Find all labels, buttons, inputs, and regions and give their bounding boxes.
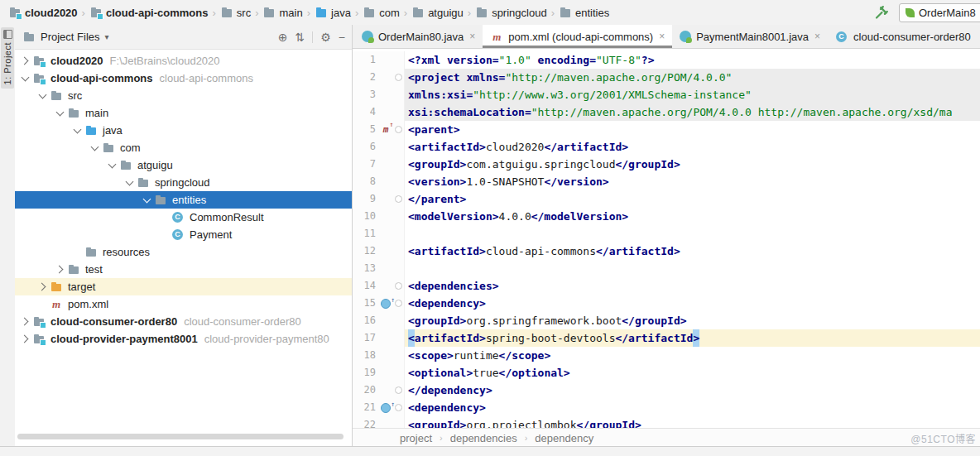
tab-close-icon[interactable]: × [469, 31, 475, 42]
tab-PaymentMain8001.java[interactable]: PaymentMain8001.java× [672, 25, 828, 48]
xml-breadcrumb-item-dependency[interactable]: dependency [535, 432, 593, 444]
code-line-17[interactable]: 17 <artifactId>spring-boot-devtools</art… [353, 329, 980, 347]
chevron-expanded-icon[interactable] [70, 128, 84, 132]
tab-OrderMain80.java[interactable]: OrderMain80.java× [354, 25, 483, 48]
code-line-14[interactable]: 14 <dependencies> [353, 277, 980, 295]
code-line-21[interactable]: 21↑ <dependency> [353, 399, 980, 416]
code-line-3[interactable]: 3 xmlns:xsi="http://www.w3.org/2001/XMLS… [353, 86, 980, 103]
tab-close-icon[interactable]: × [814, 31, 820, 42]
gutter-icon-slot [378, 86, 393, 103]
code-line-8[interactable]: 8 <version>1.0-SNAPSHOT</version> [353, 173, 980, 190]
code-line-22[interactable]: 22 <groupId>org.projectlombok</groupId> [353, 416, 980, 428]
line-number: 1 [353, 51, 378, 69]
collapse-all-icon[interactable]: ⇅ [295, 31, 305, 43]
tree-row-java[interactable]: java [15, 122, 352, 139]
tree-row-cloud-provider-payment8001[interactable]: cloud-provider-payment8001cloud-provider… [15, 330, 352, 348]
chevron-expanded-icon[interactable] [36, 94, 50, 98]
chevron-expanded-icon[interactable] [53, 111, 67, 115]
code-editor[interactable]: 1<?xml version="1.0" encoding="UTF-8"?>2… [353, 49, 980, 428]
code-line-5[interactable]: 5m↑ <parent> [353, 121, 980, 138]
tree-horizontal-scrollbar[interactable] [17, 434, 343, 439]
breadcrumb-item-main[interactable]: main [262, 7, 302, 19]
fold-marker[interactable] [393, 190, 405, 208]
project-tool-window-button[interactable]: 1: Project [1, 27, 14, 89]
breadcrumb-item-entities[interactable]: entities [559, 7, 609, 19]
code-line-19[interactable]: 19 <optional>true</optional> [353, 364, 980, 382]
tree-row-atguigu[interactable]: atguigu [15, 156, 352, 174]
project-view-selector[interactable]: Project Files ▾ [22, 31, 109, 43]
tree-item-label: CommonResult [190, 211, 264, 223]
code-line-15[interactable]: 15↑ <dependency> [353, 295, 980, 312]
tab-cloud-consumer-order80[interactable]: cloud-consumer-order80 [828, 25, 978, 48]
chevron-collapsed-icon[interactable] [18, 319, 32, 324]
chevron-expanded-icon[interactable] [18, 76, 32, 80]
tree-row-pom.xml[interactable]: mpom.xml [15, 295, 352, 313]
fold-marker[interactable] [393, 399, 405, 416]
maven-parent-gutter-icon[interactable]: m↑ [383, 125, 389, 134]
code-line-9[interactable]: 9 </parent> [353, 190, 980, 208]
tab-pom.xml (cloud-api-commons)[interactable]: mpom.xml (cloud-api-commons)× [483, 25, 672, 48]
code-line-16[interactable]: 16 <groupId>org.springframework.boot</gr… [353, 312, 980, 329]
tree-row-src[interactable]: src [15, 87, 352, 104]
tree-row-com[interactable]: com [15, 139, 352, 156]
dependency-gutter-icon[interactable]: ↑ [381, 403, 391, 413]
chevron-collapsed-icon[interactable] [18, 58, 32, 64]
settings-icon[interactable]: ⚙ [320, 31, 331, 43]
xml-breadcrumb-item-project[interactable]: project [400, 432, 432, 444]
folder-icon [119, 159, 132, 171]
gutter-icon-slot [378, 416, 393, 428]
chevron-collapsed-icon[interactable] [18, 336, 32, 342]
locate-icon[interactable]: ⊕ [278, 31, 288, 43]
tab-close-icon[interactable]: × [659, 31, 665, 42]
chevron-collapsed-icon[interactable] [53, 266, 67, 272]
code-line-18[interactable]: 18 <scope>runtime</scope> [353, 347, 980, 364]
tree-row-resources[interactable]: resources [15, 243, 352, 261]
xml-breadcrumb-item-dependencies[interactable]: dependencies [450, 432, 517, 444]
tree-row-test[interactable]: test [15, 261, 352, 278]
tree-row-Payment[interactable]: Payment [15, 226, 352, 243]
chevron-expanded-icon[interactable] [88, 146, 102, 150]
code-line-13[interactable]: 13 [353, 260, 980, 277]
build-hammer-icon[interactable] [874, 5, 889, 20]
code-line-20[interactable]: 20 </dependency> [353, 382, 980, 399]
fold-marker[interactable] [393, 295, 405, 312]
breadcrumb-item-cloud-api-commons[interactable]: cloud-api-commons [89, 7, 209, 19]
fold-marker[interactable] [393, 277, 405, 295]
chevron-collapsed-icon[interactable] [36, 284, 50, 290]
breadcrumb-item-atguigu[interactable]: atguigu [411, 7, 464, 19]
hide-icon[interactable]: − [339, 31, 345, 43]
code-line-4[interactable]: 4 xsi:schemaLocation="http://maven.apach… [353, 103, 980, 121]
run-configuration-select[interactable]: OrderMain8 [899, 3, 980, 22]
code-line-6[interactable]: 6 <artifactId>cloud2020</artifactId> [353, 138, 980, 156]
code-line-2[interactable]: 2<project xmlns="http://maven.apache.org… [353, 69, 980, 86]
chevron-expanded-icon[interactable] [140, 198, 154, 202]
breadcrumb-item-springcloud[interactable]: springcloud [475, 7, 547, 19]
tree-row-entities[interactable]: entities [15, 191, 352, 209]
code-token: </optional> [499, 364, 570, 382]
fold-marker[interactable] [393, 121, 405, 138]
fold-marker[interactable] [393, 382, 405, 399]
code-line-11[interactable]: 11 [353, 225, 980, 242]
breadcrumb-item-cloud2020[interactable]: cloud2020 [8, 7, 78, 19]
code-line-12[interactable]: 12 <artifactId>cloud-api-commons</artifa… [353, 242, 980, 260]
tree-row-cloud-consumer-order80[interactable]: cloud-consumer-order80cloud-consumer-ord… [15, 313, 352, 330]
line-number: 20 [353, 382, 378, 399]
tree-row-main[interactable]: main [15, 104, 352, 122]
code-line-1[interactable]: 1<?xml version="1.0" encoding="UTF-8"?> [353, 51, 980, 69]
chevron-expanded-icon[interactable] [122, 180, 137, 185]
tree-row-springcloud[interactable]: springcloud [15, 174, 352, 191]
breadcrumb-item-src[interactable]: src [220, 7, 251, 19]
tree-row-target[interactable]: target [15, 278, 352, 295]
tree-row-CommonResult[interactable]: CommonResult [15, 209, 352, 226]
chevron-expanded-icon[interactable] [105, 163, 119, 167]
dependency-gutter-icon[interactable]: ↑ [381, 299, 391, 309]
fold-marker[interactable] [393, 69, 405, 86]
code-line-10[interactable]: 10 <modelVersion>4.0.0</modelVersion> [353, 208, 980, 225]
folder-icon [475, 7, 488, 19]
tree-row-cloud2020[interactable]: cloud2020F:\JetBrains\cloud2020 [15, 52, 352, 70]
gutter-icon-slot [378, 103, 393, 121]
breadcrumb-item-com[interactable]: com [363, 7, 400, 19]
tree-row-cloud-api-commons[interactable]: cloud-api-commonscloud-api-commons [15, 70, 352, 87]
breadcrumb-item-java[interactable]: java [315, 7, 351, 19]
code-line-7[interactable]: 7 <groupId>com.atguigu.springcloud</grou… [353, 156, 980, 173]
